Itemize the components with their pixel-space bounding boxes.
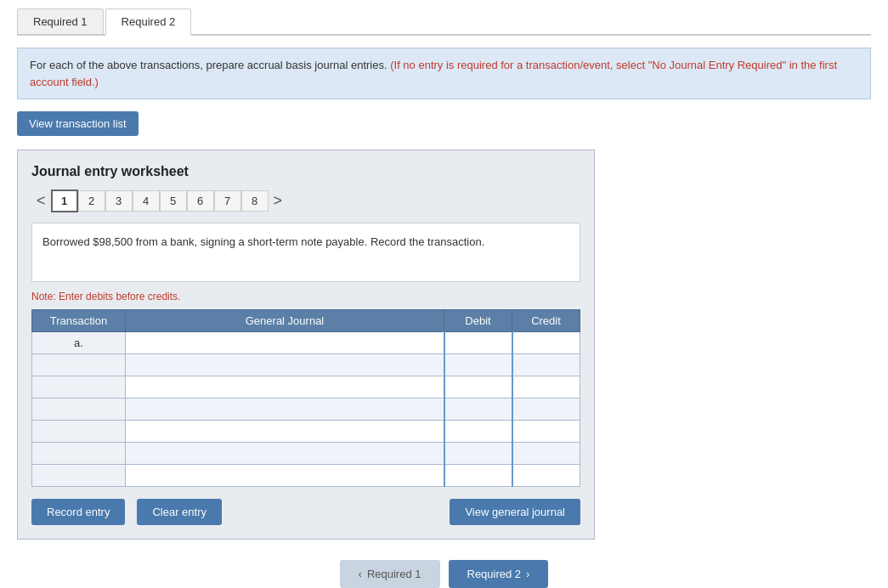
info-box: For each of the above transactions, prep… [17,48,871,99]
transaction-label: a. [32,332,126,354]
general-journal-cell[interactable] [126,399,444,421]
clear-entry-button[interactable]: Clear entry [137,499,222,525]
credit-input[interactable] [517,447,577,461]
general-journal-cell[interactable] [126,421,444,443]
view-general-journal-button[interactable]: View general journal [450,499,580,525]
col-header-credit: Credit [512,310,580,332]
debit-input[interactable] [449,336,508,350]
debit-cell[interactable] [444,465,512,487]
debit-cell[interactable] [444,421,512,443]
debit-input[interactable] [449,425,508,438]
credit-cell[interactable] [512,421,580,443]
page-5[interactable]: 5 [160,190,187,212]
table-row [32,443,580,465]
credit-cell[interactable] [512,354,580,376]
page-3[interactable]: 3 [105,190,133,212]
debit-cell[interactable] [444,332,512,354]
general-journal-input[interactable] [129,447,440,461]
table-row [32,376,580,399]
next-arrow-icon: › [526,568,529,580]
table-row [32,399,580,421]
credit-cell[interactable] [512,332,580,354]
transaction-label [32,421,126,443]
page-6[interactable]: 6 [187,190,214,212]
debit-cell[interactable] [444,354,512,376]
bottom-navigation: ‹ Required 1 Required 2 › [17,560,871,588]
transaction-label [32,399,126,421]
debit-input[interactable] [449,447,508,461]
general-journal-cell[interactable] [126,443,444,465]
credit-input[interactable] [517,359,577,372]
debit-cell[interactable] [444,399,512,421]
col-header-transaction: Transaction [32,310,126,332]
page-4[interactable]: 4 [133,190,160,212]
general-journal-input[interactable] [129,403,440,416]
info-text-before: For each of the above transactions, prep… [30,59,390,71]
general-journal-cell[interactable] [126,332,444,354]
journal-entry-worksheet: Journal entry worksheet < 1 2 3 4 5 6 7 … [17,150,595,540]
view-transaction-button[interactable]: View transaction list [17,111,139,136]
tab-required2[interactable]: Required 2 [105,8,192,36]
credit-input[interactable] [517,425,577,438]
bottom-next-button[interactable]: Required 2 › [449,560,549,588]
transaction-label [32,465,126,487]
debit-cell[interactable] [444,376,512,399]
debit-cell[interactable] [444,443,512,465]
transaction-description: Borrowed $98,500 from a bank, signing a … [31,223,580,282]
col-header-general-journal: General Journal [126,310,444,332]
credit-input[interactable] [517,403,577,416]
bottom-prev-button[interactable]: ‹ Required 1 [340,560,440,588]
general-journal-input[interactable] [129,469,440,483]
prev-arrow-icon: ‹ [359,568,362,580]
record-entry-button[interactable]: Record entry [31,499,125,525]
debit-input[interactable] [449,381,508,394]
next-page-button[interactable]: > [269,190,288,212]
note-text: Note: Enter debits before credits. [31,291,580,302]
action-buttons: Record entry Clear entry View general jo… [31,499,580,525]
table-row [32,354,580,376]
credit-input[interactable] [517,336,577,350]
credit-cell[interactable] [512,376,580,399]
credit-input[interactable] [517,381,577,394]
general-journal-cell[interactable] [126,465,444,487]
general-journal-cell[interactable] [126,376,444,399]
page-navigation: < 1 2 3 4 5 6 7 8 > [31,189,580,212]
worksheet-title: Journal entry worksheet [31,164,580,179]
page-7[interactable]: 7 [214,190,241,212]
col-header-debit: Debit [444,310,512,332]
transaction-label [32,354,126,376]
tabs-bar: Required 1 Required 2 [17,8,871,36]
credit-cell[interactable] [512,465,580,487]
general-journal-input[interactable] [129,336,440,350]
credit-cell[interactable] [512,443,580,465]
debit-input[interactable] [449,469,508,483]
debit-input[interactable] [449,403,508,416]
page-2[interactable]: 2 [78,190,105,212]
tab-required1[interactable]: Required 1 [17,8,104,34]
journal-table: Transaction General Journal Debit Credit… [31,309,580,487]
transaction-label [32,376,126,399]
general-journal-cell[interactable] [126,354,444,376]
page-1[interactable]: 1 [51,189,78,212]
table-row [32,421,580,443]
credit-input[interactable] [517,469,577,483]
general-journal-input[interactable] [129,359,440,372]
page-8[interactable]: 8 [241,190,269,212]
general-journal-input[interactable] [129,425,440,438]
prev-page-button[interactable]: < [31,190,51,212]
bottom-prev-label: Required 1 [367,568,421,580]
transaction-label [32,443,126,465]
general-journal-input[interactable] [129,381,440,394]
debit-input[interactable] [449,359,508,372]
bottom-next-label: Required 2 [467,568,522,580]
table-row [32,465,580,487]
table-row: a. [32,332,580,354]
credit-cell[interactable] [512,399,580,421]
